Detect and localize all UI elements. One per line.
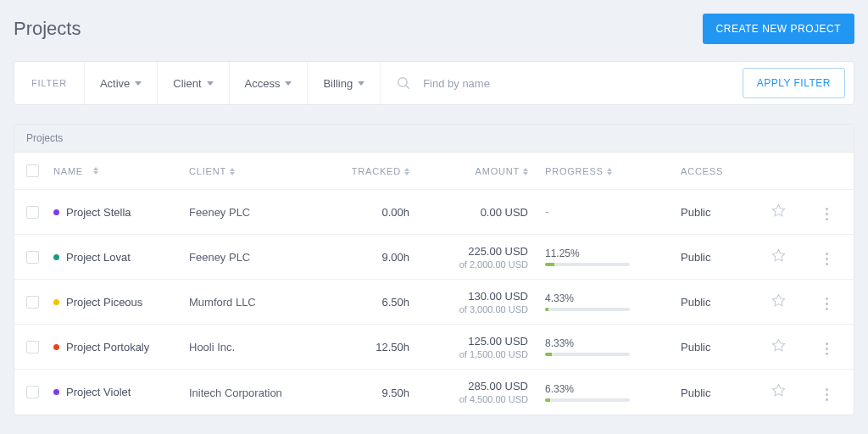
filter-label: FILTER (14, 62, 85, 104)
page-header: Projects CREATE NEW PROJECT (14, 14, 854, 44)
filter-bar: FILTER Active Client Access Billing APPL… (14, 61, 854, 105)
row-checkbox[interactable] (26, 251, 39, 264)
row-checkbox[interactable] (26, 296, 39, 309)
project-name[interactable]: Project Portokaly (66, 341, 149, 353)
client-name: Feeney PLC (189, 206, 250, 219)
sort-icon (93, 167, 98, 175)
filter-billing-dropdown[interactable]: Billing (308, 62, 381, 104)
favorite-star-icon[interactable] (771, 338, 786, 353)
column-header-progress[interactable]: PROGRESS (545, 166, 664, 176)
client-name: Mumford LLC (189, 296, 256, 309)
client-name: Feeney PLC (189, 251, 250, 264)
svg-marker-2 (772, 204, 784, 215)
table-row: Project StellaFeeney PLC0.00h0.00 USD-Pu… (14, 190, 854, 235)
column-header-client[interactable]: CLIENT (189, 166, 333, 176)
progress-bar (545, 263, 630, 266)
column-header-name[interactable]: NAME (53, 166, 189, 176)
amount-value: 125.00 USD (435, 335, 528, 348)
amount-value: 285.00 USD (435, 380, 528, 392)
filter-client-dropdown[interactable]: Client (158, 62, 229, 104)
tracked-hours: 9.50h (381, 387, 409, 399)
table-card-title: Projects (14, 125, 854, 153)
sort-icon (523, 168, 528, 175)
table-row: Project LovatFeeney PLC9.00h225.00 USDof… (14, 235, 854, 280)
search-icon (396, 75, 411, 91)
progress-empty: - (545, 205, 549, 219)
caret-down-icon (358, 81, 364, 86)
row-checkbox[interactable] (26, 386, 39, 398)
sort-icon (607, 168, 612, 175)
search-input[interactable] (423, 77, 726, 90)
amount-budget: of 3,000.00 USD (435, 304, 528, 314)
sort-icon (230, 168, 235, 175)
amount-value: 225.00 USD (435, 245, 528, 258)
row-menu-button[interactable] (821, 248, 833, 270)
table-row: Project PiceousMumford LLC6.50h130.00 US… (14, 280, 854, 325)
projects-table: Projects NAME CLIENT TRACKED AMOUNT PROG… (14, 124, 854, 415)
tracked-hours: 6.50h (381, 296, 409, 309)
project-color-dot (53, 389, 59, 395)
caret-down-icon (285, 81, 292, 86)
table-row: Project VioletInitech Corporation9.50h28… (14, 370, 854, 415)
column-header-tracked[interactable]: TRACKED (333, 166, 435, 176)
access-value: Public (681, 206, 710, 219)
column-header-amount[interactable]: AMOUNT (435, 166, 545, 176)
progress-percent: 6.33% (545, 383, 664, 395)
progress-bar (545, 308, 630, 311)
tracked-hours: 0.00h (381, 206, 409, 219)
page-title: Projects (14, 18, 81, 40)
favorite-star-icon[interactable] (771, 203, 786, 218)
amount-budget: of 4,500.00 USD (435, 394, 528, 404)
progress-bar (545, 353, 630, 356)
select-all-checkbox[interactable] (26, 164, 39, 177)
svg-line-1 (406, 86, 409, 89)
row-menu-button[interactable] (821, 337, 833, 360)
svg-marker-6 (772, 384, 784, 395)
row-menu-button[interactable] (821, 203, 833, 225)
favorite-star-icon[interactable] (771, 293, 786, 308)
amount-budget: of 1,500.00 USD (435, 349, 528, 359)
apply-filter-button[interactable]: APPLY FILTER (743, 68, 845, 98)
progress-percent: 8.33% (545, 337, 664, 349)
column-header-access: ACCESS (664, 166, 757, 176)
tracked-hours: 12.50h (376, 341, 409, 353)
project-name[interactable]: Project Piceous (66, 296, 142, 309)
sort-icon (404, 168, 409, 175)
create-project-button[interactable]: CREATE NEW PROJECT (703, 14, 854, 44)
svg-marker-5 (772, 339, 784, 350)
amount-budget: of 2,000.00 USD (435, 259, 528, 270)
access-value: Public (681, 387, 710, 399)
project-color-dot (53, 299, 59, 305)
project-color-dot (53, 209, 59, 215)
tracked-hours: 9.00h (381, 251, 409, 264)
progress-bar (545, 398, 630, 402)
project-color-dot (53, 344, 59, 350)
favorite-star-icon[interactable] (771, 248, 786, 263)
table-header-row: NAME CLIENT TRACKED AMOUNT PROGRESS ACCE… (14, 153, 854, 190)
access-value: Public (681, 341, 710, 353)
progress-percent: 11.25% (545, 248, 664, 259)
amount-value: 130.00 USD (435, 290, 528, 303)
project-color-dot (53, 254, 59, 260)
client-name: Hooli Inc. (189, 341, 235, 353)
project-name[interactable]: Project Violet (66, 386, 131, 398)
favorite-star-icon[interactable] (771, 383, 786, 398)
row-menu-button[interactable] (821, 383, 833, 406)
project-name[interactable]: Project Stella (66, 206, 131, 219)
project-name[interactable]: Project Lovat (66, 251, 131, 264)
row-menu-button[interactable] (821, 292, 833, 315)
svg-marker-3 (772, 249, 784, 260)
svg-marker-4 (772, 294, 784, 305)
table-row: Project PortokalyHooli Inc.12.50h125.00 … (14, 325, 854, 370)
filter-access-dropdown[interactable]: Access (230, 62, 309, 104)
access-value: Public (681, 251, 710, 264)
filter-active-dropdown[interactable]: Active (85, 62, 158, 104)
caret-down-icon (135, 81, 142, 86)
row-checkbox[interactable] (26, 206, 39, 219)
row-checkbox[interactable] (26, 341, 39, 353)
progress-percent: 4.33% (545, 292, 664, 304)
svg-point-0 (398, 78, 408, 87)
access-value: Public (681, 296, 710, 309)
client-name: Initech Corporation (189, 387, 282, 399)
amount-value: 0.00 USD (435, 206, 528, 219)
